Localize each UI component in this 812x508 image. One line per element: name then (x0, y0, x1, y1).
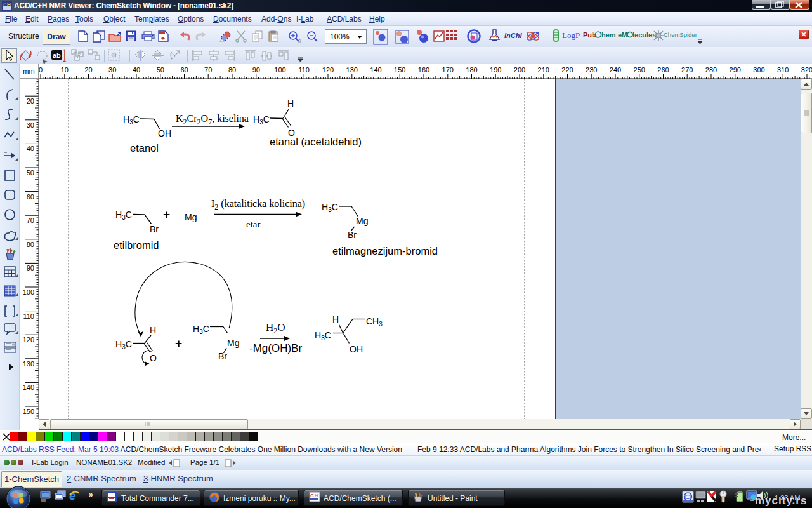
svg-text:100: 100 (23, 288, 34, 296)
svg-text:20: 20 (27, 97, 34, 105)
svg-text:200: 200 (514, 66, 525, 74)
svg-text:30: 30 (108, 66, 116, 74)
svg-text:180: 180 (466, 66, 477, 74)
svg-text:110: 110 (298, 66, 310, 74)
svg-text:40: 40 (27, 145, 34, 152)
svg-text:e: e (69, 489, 76, 502)
svg-text:210: 210 (538, 66, 549, 74)
svg-text:140: 140 (23, 384, 34, 391)
svg-text:H3C: H3C (115, 210, 132, 221)
svg-text:310: 310 (777, 66, 789, 74)
svg-text:320: 320 (801, 66, 812, 74)
svg-text:ab: ab (53, 51, 61, 59)
svg-text:120: 120 (322, 66, 334, 74)
svg-text:lecules: lecules (632, 31, 656, 39)
svg-text:H: H (315, 493, 318, 498)
svg-text:H2O: H2O (266, 321, 285, 335)
svg-text:270: 270 (681, 66, 693, 74)
svg-text:etilmagnezijum-bromid: etilmagnezijum-bromid (332, 245, 438, 257)
svg-text:10: 10 (61, 66, 69, 74)
svg-text:H: H (150, 325, 156, 335)
svg-text:100: 100 (274, 66, 285, 74)
svg-text:H3C: H3C (315, 330, 331, 342)
svg-text:20: 20 (84, 66, 92, 74)
svg-text:K2Cr2O7, kiselina: K2Cr2O7, kiselina (176, 113, 249, 126)
svg-text:250: 250 (634, 66, 645, 74)
svg-text:150: 150 (23, 408, 34, 415)
svg-text:130: 130 (346, 66, 358, 74)
svg-text:etar: etar (246, 219, 260, 229)
svg-text:110: 110 (23, 312, 34, 320)
svg-text:C: C (310, 493, 314, 498)
svg-text:70: 70 (27, 217, 34, 224)
svg-text:Mg: Mg (356, 216, 368, 226)
svg-text:H: H (332, 314, 339, 324)
svg-text:I2 (kataliticka kolicina): I2 (kataliticka kolicina) (211, 198, 305, 211)
svg-text:130: 130 (23, 360, 34, 368)
svg-text:0: 0 (39, 66, 43, 74)
svg-text:80: 80 (228, 66, 236, 74)
svg-text:50: 50 (27, 169, 34, 177)
svg-text:170: 170 (442, 66, 454, 74)
svg-text:O: O (150, 353, 157, 363)
svg-text:InChI: InChI (504, 32, 522, 39)
svg-text:Mg: Mg (227, 338, 239, 348)
svg-text:+: + (163, 208, 170, 221)
svg-text:OH: OH (158, 128, 171, 138)
svg-text:30: 30 (27, 121, 34, 129)
svg-text:90: 90 (27, 264, 34, 272)
svg-text:40: 40 (133, 66, 140, 74)
svg-text:60: 60 (180, 66, 188, 74)
svg-text:290: 290 (730, 66, 741, 74)
svg-text:hem: hem (601, 31, 616, 39)
svg-text:280: 280 (705, 66, 717, 74)
svg-text:240: 240 (610, 66, 621, 74)
svg-text:CH3: CH3 (366, 316, 383, 328)
svg-text:H3C: H3C (322, 202, 338, 213)
svg-text:C: C (3, 2, 6, 8)
svg-text:Br: Br (348, 230, 357, 240)
svg-text:Mg: Mg (185, 212, 197, 222)
svg-text:»: » (89, 490, 93, 499)
svg-text:300: 300 (753, 66, 764, 74)
svg-text:70: 70 (204, 66, 212, 74)
svg-text:80: 80 (27, 241, 34, 248)
svg-text:Br: Br (150, 224, 159, 234)
svg-text:H: H (7, 2, 11, 8)
svg-text:150: 150 (394, 66, 405, 74)
svg-text:120: 120 (23, 336, 34, 344)
svg-text:50: 50 (157, 66, 164, 74)
svg-text:H: H (287, 98, 294, 109)
svg-text:ChemSpider: ChemSpider (664, 31, 697, 38)
svg-text:H3C: H3C (253, 114, 270, 126)
svg-text:H3C: H3C (123, 114, 140, 126)
svg-text:260: 260 (657, 66, 669, 74)
svg-text:60: 60 (27, 193, 34, 201)
svg-text:+: + (175, 337, 182, 350)
svg-text:OH: OH (350, 344, 363, 354)
svg-text:eM: eM (618, 31, 627, 39)
svg-text:etanol: etanol (130, 142, 159, 154)
svg-text:190: 190 (490, 66, 501, 74)
svg-text:H3C: H3C (193, 324, 209, 335)
svg-text:90: 90 (252, 66, 260, 74)
svg-text:230: 230 (586, 66, 597, 74)
svg-text:140: 140 (370, 66, 381, 74)
svg-text:etilbromid: etilbromid (114, 239, 159, 251)
svg-text:H3C: H3C (115, 339, 132, 351)
svg-text:Br: Br (218, 351, 227, 361)
svg-text:220: 220 (561, 66, 573, 74)
svg-text:-Mg(OH)Br: -Mg(OH)Br (249, 342, 302, 354)
svg-text:Pub: Pub (583, 31, 596, 39)
svg-text:160: 160 (418, 66, 429, 74)
svg-text:LogP: LogP (562, 30, 580, 40)
svg-text:etanal (acetaldehid): etanal (acetaldehid) (270, 136, 362, 147)
